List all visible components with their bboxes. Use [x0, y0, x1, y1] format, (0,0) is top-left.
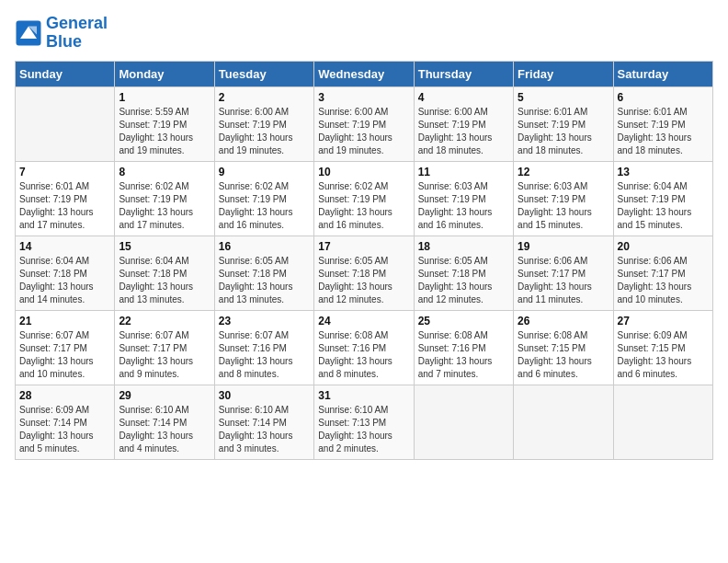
day-info: Sunrise: 6:03 AMSunset: 7:19 PMDaylight:… — [518, 180, 609, 232]
day-number: 23 — [219, 315, 310, 327]
calendar-cell: 28Sunrise: 6:09 AMSunset: 7:14 PMDayligh… — [16, 385, 115, 459]
weekday-header: Saturday — [613, 61, 712, 86]
calendar-cell: 1Sunrise: 5:59 AMSunset: 7:19 PMDaylight… — [115, 86, 214, 161]
weekday-header: Tuesday — [214, 61, 313, 86]
calendar-cell: 24Sunrise: 6:08 AMSunset: 7:16 PMDayligh… — [314, 310, 414, 385]
day-number: 17 — [318, 240, 409, 253]
day-info: Sunrise: 6:09 AMSunset: 7:15 PMDaylight:… — [618, 329, 709, 381]
calendar-cell: 18Sunrise: 6:05 AMSunset: 7:18 PMDayligh… — [414, 236, 513, 310]
day-number: 8 — [119, 166, 210, 178]
day-info: Sunrise: 6:06 AMSunset: 7:17 PMDaylight:… — [618, 255, 709, 306]
calendar-cell: 26Sunrise: 6:08 AMSunset: 7:15 PMDayligh… — [514, 310, 613, 385]
calendar-cell: 3Sunrise: 6:00 AMSunset: 7:19 PMDaylight… — [314, 86, 414, 161]
page-header: General Blue — [15, 15, 713, 52]
day-info: Sunrise: 5:59 AMSunset: 7:19 PMDaylight:… — [119, 106, 210, 157]
calendar-week-row: 1Sunrise: 5:59 AMSunset: 7:19 PMDaylight… — [16, 86, 713, 161]
calendar-cell: 19Sunrise: 6:06 AMSunset: 7:17 PMDayligh… — [514, 236, 613, 310]
calendar-cell — [16, 86, 115, 161]
day-number: 13 — [618, 166, 709, 178]
day-info: Sunrise: 6:08 AMSunset: 7:16 PMDaylight:… — [418, 329, 509, 381]
calendar-week-row: 7Sunrise: 6:01 AMSunset: 7:19 PMDaylight… — [16, 161, 713, 236]
calendar-cell: 12Sunrise: 6:03 AMSunset: 7:19 PMDayligh… — [514, 161, 613, 236]
logo-icon — [15, 19, 42, 47]
day-number: 28 — [19, 389, 110, 402]
logo: General Blue — [15, 15, 108, 52]
day-info: Sunrise: 6:10 AMSunset: 7:14 PMDaylight:… — [219, 404, 310, 455]
calendar-cell: 2Sunrise: 6:00 AMSunset: 7:19 PMDaylight… — [214, 86, 313, 161]
weekday-header: Friday — [514, 61, 613, 86]
day-number: 12 — [518, 166, 609, 178]
weekday-header: Sunday — [16, 61, 115, 86]
day-info: Sunrise: 6:09 AMSunset: 7:14 PMDaylight:… — [19, 404, 110, 455]
day-info: Sunrise: 6:05 AMSunset: 7:18 PMDaylight:… — [219, 255, 310, 306]
calendar-cell: 27Sunrise: 6:09 AMSunset: 7:15 PMDayligh… — [613, 310, 712, 385]
day-info: Sunrise: 6:05 AMSunset: 7:18 PMDaylight:… — [418, 255, 509, 306]
calendar-cell: 8Sunrise: 6:02 AMSunset: 7:19 PMDaylight… — [115, 161, 214, 236]
calendar-cell: 10Sunrise: 6:02 AMSunset: 7:19 PMDayligh… — [314, 161, 414, 236]
day-info: Sunrise: 6:00 AMSunset: 7:19 PMDaylight:… — [219, 106, 310, 157]
calendar-cell — [613, 385, 712, 459]
day-info: Sunrise: 6:08 AMSunset: 7:15 PMDaylight:… — [518, 329, 609, 381]
day-number: 10 — [318, 166, 409, 178]
day-number: 18 — [418, 240, 509, 253]
day-info: Sunrise: 6:05 AMSunset: 7:18 PMDaylight:… — [318, 255, 409, 306]
calendar-cell: 17Sunrise: 6:05 AMSunset: 7:18 PMDayligh… — [314, 236, 414, 310]
calendar-week-row: 28Sunrise: 6:09 AMSunset: 7:14 PMDayligh… — [16, 385, 713, 459]
calendar-cell: 29Sunrise: 6:10 AMSunset: 7:14 PMDayligh… — [115, 385, 214, 459]
day-info: Sunrise: 6:02 AMSunset: 7:19 PMDaylight:… — [119, 180, 210, 232]
day-info: Sunrise: 6:01 AMSunset: 7:19 PMDaylight:… — [618, 106, 709, 157]
day-info: Sunrise: 6:04 AMSunset: 7:18 PMDaylight:… — [119, 255, 210, 306]
day-info: Sunrise: 6:01 AMSunset: 7:19 PMDaylight:… — [19, 180, 110, 232]
day-number: 15 — [119, 240, 210, 253]
day-number: 14 — [19, 240, 110, 253]
day-info: Sunrise: 6:07 AMSunset: 7:17 PMDaylight:… — [19, 329, 110, 381]
day-number: 3 — [318, 91, 409, 104]
calendar-cell: 21Sunrise: 6:07 AMSunset: 7:17 PMDayligh… — [16, 310, 115, 385]
calendar-header-row: SundayMondayTuesdayWednesdayThursdayFrid… — [16, 61, 713, 86]
day-info: Sunrise: 6:10 AMSunset: 7:13 PMDaylight:… — [318, 404, 409, 455]
day-number: 19 — [518, 240, 609, 253]
day-info: Sunrise: 6:03 AMSunset: 7:19 PMDaylight:… — [418, 180, 509, 232]
calendar-cell: 31Sunrise: 6:10 AMSunset: 7:13 PMDayligh… — [314, 385, 414, 459]
calendar-week-row: 21Sunrise: 6:07 AMSunset: 7:17 PMDayligh… — [16, 310, 713, 385]
day-number: 21 — [19, 315, 110, 327]
day-info: Sunrise: 6:01 AMSunset: 7:19 PMDaylight:… — [518, 106, 609, 157]
calendar-cell: 11Sunrise: 6:03 AMSunset: 7:19 PMDayligh… — [414, 161, 513, 236]
day-number: 25 — [418, 315, 509, 327]
day-number: 11 — [418, 166, 509, 178]
calendar-cell: 5Sunrise: 6:01 AMSunset: 7:19 PMDaylight… — [514, 86, 613, 161]
day-number: 1 — [119, 91, 210, 104]
weekday-header: Thursday — [414, 61, 513, 86]
day-info: Sunrise: 6:07 AMSunset: 7:17 PMDaylight:… — [119, 329, 210, 381]
day-number: 22 — [119, 315, 210, 327]
day-info: Sunrise: 6:00 AMSunset: 7:19 PMDaylight:… — [418, 106, 509, 157]
day-info: Sunrise: 6:02 AMSunset: 7:19 PMDaylight:… — [219, 180, 310, 232]
calendar-cell: 25Sunrise: 6:08 AMSunset: 7:16 PMDayligh… — [414, 310, 513, 385]
calendar-cell — [514, 385, 613, 459]
weekday-header: Wednesday — [314, 61, 414, 86]
day-number: 20 — [618, 240, 709, 253]
calendar-table: SundayMondayTuesdayWednesdayThursdayFrid… — [15, 61, 713, 460]
day-info: Sunrise: 6:08 AMSunset: 7:16 PMDaylight:… — [318, 329, 409, 381]
calendar-cell: 22Sunrise: 6:07 AMSunset: 7:17 PMDayligh… — [115, 310, 214, 385]
day-number: 4 — [418, 91, 509, 104]
calendar-cell: 16Sunrise: 6:05 AMSunset: 7:18 PMDayligh… — [214, 236, 313, 310]
day-number: 24 — [318, 315, 409, 327]
calendar-cell: 6Sunrise: 6:01 AMSunset: 7:19 PMDaylight… — [613, 86, 712, 161]
calendar-cell: 7Sunrise: 6:01 AMSunset: 7:19 PMDaylight… — [16, 161, 115, 236]
weekday-header: Monday — [115, 61, 214, 86]
logo-text: General Blue — [46, 15, 108, 52]
calendar-cell: 23Sunrise: 6:07 AMSunset: 7:16 PMDayligh… — [214, 310, 313, 385]
day-number: 6 — [618, 91, 709, 104]
calendar-cell: 20Sunrise: 6:06 AMSunset: 7:17 PMDayligh… — [613, 236, 712, 310]
day-info: Sunrise: 6:07 AMSunset: 7:16 PMDaylight:… — [219, 329, 310, 381]
calendar-cell — [414, 385, 513, 459]
day-number: 9 — [219, 166, 310, 178]
day-info: Sunrise: 6:04 AMSunset: 7:19 PMDaylight:… — [618, 180, 709, 232]
calendar-cell: 30Sunrise: 6:10 AMSunset: 7:14 PMDayligh… — [214, 385, 313, 459]
day-number: 7 — [19, 166, 110, 178]
day-info: Sunrise: 6:00 AMSunset: 7:19 PMDaylight:… — [318, 106, 409, 157]
day-number: 16 — [219, 240, 310, 253]
day-info: Sunrise: 6:06 AMSunset: 7:17 PMDaylight:… — [518, 255, 609, 306]
calendar-cell: 4Sunrise: 6:00 AMSunset: 7:19 PMDaylight… — [414, 86, 513, 161]
